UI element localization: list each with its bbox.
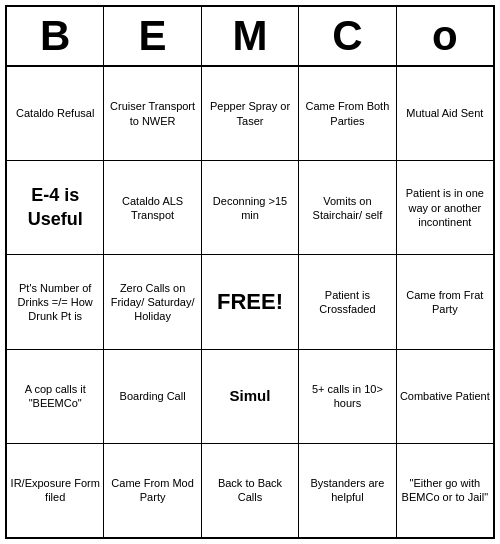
- grid-row-2: Pt's Number of Drinks =/= How Drunk Pt i…: [7, 255, 493, 349]
- cell-2-3: Patient is Crossfaded: [299, 255, 396, 348]
- bingo-card: BEMCo Cataldo RefusalCruiser Transport t…: [5, 5, 495, 539]
- cell-2-1: Zero Calls on Friday/ Saturday/ Holiday: [104, 255, 201, 348]
- cell-3-4: Combative Patient: [397, 350, 493, 443]
- cell-1-2: Deconning >15 min: [202, 161, 299, 254]
- cell-1-3: Vomits on Stairchair/ self: [299, 161, 396, 254]
- header-letter-C: C: [299, 7, 396, 65]
- cell-4-4: "Either go with BEMCo or to Jail": [397, 444, 493, 537]
- cell-4-2: Back to Back Calls: [202, 444, 299, 537]
- cell-0-4: Mutual Aid Sent: [397, 67, 493, 160]
- cell-4-1: Came From Mod Party: [104, 444, 201, 537]
- cell-3-2: Simul: [202, 350, 299, 443]
- cell-0-0: Cataldo Refusal: [7, 67, 104, 160]
- header-letter-B: B: [7, 7, 104, 65]
- cell-2-4: Came from Frat Party: [397, 255, 493, 348]
- grid: Cataldo RefusalCruiser Transport to NWER…: [7, 67, 493, 537]
- cell-4-0: IR/Exposure Form filed: [7, 444, 104, 537]
- cell-3-0: A cop calls it "BEEMCo": [7, 350, 104, 443]
- cell-0-1: Cruiser Transport to NWER: [104, 67, 201, 160]
- grid-row-1: E-4 is UsefulCataldo ALS TranspotDeconni…: [7, 161, 493, 255]
- cell-1-0: E-4 is Useful: [7, 161, 104, 254]
- grid-row-4: IR/Exposure Form filedCame From Mod Part…: [7, 444, 493, 537]
- cell-1-4: Patient is in one way or another inconti…: [397, 161, 493, 254]
- cell-3-3: 5+ calls in 10> hours: [299, 350, 396, 443]
- grid-row-3: A cop calls it "BEEMCo"Boarding CallSimu…: [7, 350, 493, 444]
- cell-2-0: Pt's Number of Drinks =/= How Drunk Pt i…: [7, 255, 104, 348]
- cell-2-2: FREE!: [202, 255, 299, 348]
- cell-4-3: Bystanders are helpful: [299, 444, 396, 537]
- cell-1-1: Cataldo ALS Transpot: [104, 161, 201, 254]
- cell-0-3: Came From Both Parties: [299, 67, 396, 160]
- grid-row-0: Cataldo RefusalCruiser Transport to NWER…: [7, 67, 493, 161]
- header-letter-M: M: [202, 7, 299, 65]
- cell-3-1: Boarding Call: [104, 350, 201, 443]
- header-row: BEMCo: [7, 7, 493, 67]
- header-letter-E: E: [104, 7, 201, 65]
- header-letter-o: o: [397, 7, 493, 65]
- cell-0-2: Pepper Spray or Taser: [202, 67, 299, 160]
